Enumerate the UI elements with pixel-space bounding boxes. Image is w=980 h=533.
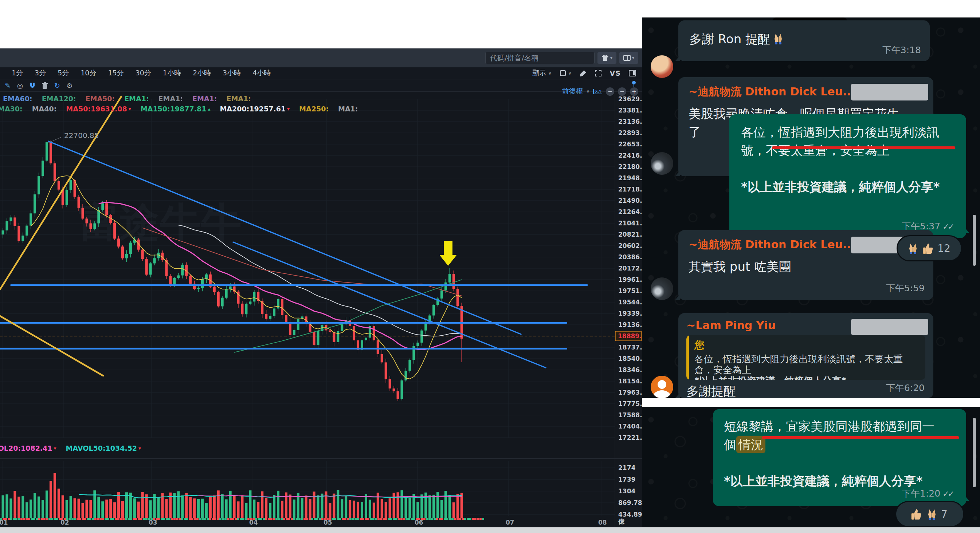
symbol-search-input[interactable] <box>485 52 595 64</box>
reaction-count: 12 <box>937 243 952 254</box>
indicator-legend-item[interactable]: MA30: <box>0 105 22 113</box>
svg-text:20602.76: 20602.76 <box>618 242 642 249</box>
svg-text:17963.68: 17963.68 <box>618 389 642 396</box>
indicator-legend-item[interactable]: EMA1: <box>124 95 149 103</box>
timeframe-tab[interactable]: 3小時 <box>217 68 247 78</box>
avatar[interactable] <box>651 152 673 175</box>
loop-icon: ↻ <box>54 82 60 90</box>
svg-text:21948.30: 21948.30 <box>618 174 642 182</box>
svg-text:23381.71: 23381.71 <box>618 107 642 114</box>
whatsapp-panel: 多謝 Ron 提醒 下午3:18 ~迪航物流 Dithon Dick Leu..… <box>642 0 980 533</box>
reaction-pill[interactable]: 12 <box>897 235 962 262</box>
thumbs-up-icon <box>922 242 934 254</box>
svg-text:434.892: 434.892 <box>618 511 642 518</box>
message-text: 多謝 Ron 提醒 <box>689 32 770 46</box>
refresh-tool[interactable]: ↻ <box>52 82 62 90</box>
svg-text:23136.47: 23136.47 <box>618 118 642 125</box>
chart-canvas-area[interactable]: 富途牛牛 18889.9723629.5523381.7123136.47228… <box>0 92 642 527</box>
time-text: 下午1:20 <box>902 488 940 499</box>
chevron-down-icon: ∨ <box>548 71 552 76</box>
timeframe-tab[interactable]: 1小時 <box>157 68 187 78</box>
scrollbar-thumb[interactable] <box>973 418 976 487</box>
read-ticks-icon: ✓✓ <box>942 489 953 498</box>
indicator-legend-item[interactable]: EMA1: <box>159 95 183 103</box>
svg-text:05: 05 <box>323 519 332 526</box>
quote-line: 各位，恆指遇到大阻力後出現利淡訊號，不要太重 <box>694 354 920 365</box>
indicator-legend-item[interactable]: MAVOL20:1082.41▾ <box>0 444 56 452</box>
fullscreen-button[interactable] <box>595 70 602 77</box>
zoom-out-button[interactable]: − <box>618 87 626 96</box>
indicator-legend-item[interactable]: MA1: <box>338 105 358 113</box>
timeframe-tab[interactable]: 4小時 <box>247 68 277 78</box>
target-tool[interactable]: ◎ <box>15 82 25 90</box>
indicator-legend-item[interactable]: MAVOL50:1034.52▾ <box>66 444 142 452</box>
indicator-legend-item[interactable]: EMA1: <box>226 95 251 103</box>
chart-style-menu[interactable]: ∨ <box>560 70 572 76</box>
zoom-out-y-button[interactable]: − <box>606 87 614 96</box>
timeframe-tab[interactable]: 1分 <box>6 68 29 78</box>
reaction-pill[interactable]: 7 <box>895 501 964 527</box>
target-icon: ◎ <box>17 82 23 90</box>
indicator-legend-item[interactable]: EMA60: <box>3 95 32 103</box>
indicator-legend-item[interactable]: MA250: <box>299 105 329 113</box>
futu-watermark: 富途牛牛 <box>78 195 242 251</box>
timeframe-tabs: 1分3分5分10分15分30分1小時2小時3小時4小時 <box>0 68 277 78</box>
draw-brush-button[interactable] <box>580 70 587 77</box>
bubble-tail <box>675 170 680 176</box>
indicator-legend-item[interactable]: MA50:19631.08▾ <box>66 105 131 113</box>
timeframe-tab[interactable]: 3分 <box>29 68 52 78</box>
chart-canvas[interactable]: 18889.9723629.5523381.7123136.4722893.79… <box>0 92 642 527</box>
pencil-tool[interactable]: ✎ <box>3 82 13 90</box>
window-bottom-edge <box>0 527 980 533</box>
delete-drawings-tool[interactable] <box>40 82 49 89</box>
avatar[interactable] <box>651 56 673 78</box>
settings-tool[interactable]: ⚙ <box>65 82 74 90</box>
indicator-legend-item[interactable]: EMA1: <box>192 95 217 103</box>
layout-button[interactable]: ▾ <box>619 52 638 64</box>
timeframe-tab[interactable]: 2小時 <box>187 68 217 78</box>
outgoing-message[interactable]: 各位，恆指遇到大阻力後出現利淡訊 號，不要太重倉，安全為上 *以上並非投資建議，… <box>729 114 966 238</box>
timeframe-tab[interactable]: 10分 <box>75 68 102 78</box>
indicator-legend-item[interactable]: MA150:19877.81▴ <box>141 105 211 113</box>
zoom-in-button[interactable]: + <box>630 87 638 96</box>
forward-adjust-menu[interactable]: 前復權 <box>562 87 582 96</box>
compare-vs-button[interactable]: VS <box>610 69 621 77</box>
folded-hands-icon <box>926 508 938 520</box>
red-underline-annotation <box>772 146 955 149</box>
trash-icon <box>41 82 48 89</box>
timeframe-tab[interactable]: 15分 <box>102 68 129 78</box>
indicator-legend-item[interactable]: EMA120: <box>42 95 76 103</box>
chat-section-2: 短線黎講，宜家美股同港股都遇到同一 個情況 *以上並非投資建議，純粹個人分享* … <box>642 407 980 527</box>
quoted-reply[interactable]: 您 各位，恆指遇到大阻力後出現利淡訊號，不要太重 倉，安全為上 *以上並非投資建… <box>686 335 925 380</box>
highlight-annotation: 情況 <box>736 436 765 453</box>
incoming-message[interactable]: ~Lam Ping Yiu 您 各位，恆指遇到大阻力後出現利淡訊號，不要太重 倉… <box>678 313 933 398</box>
folded-hands-icon <box>907 242 919 254</box>
axis-settings-button[interactable]: X,Y <box>593 89 602 94</box>
theme-button[interactable]: ▾ <box>597 52 616 64</box>
outgoing-message[interactable]: 短線黎講，宜家美股同港股都遇到同一 個情況 *以上並非投資建議，純粹個人分享* … <box>713 409 966 506</box>
indicator-legend-item[interactable]: EMA50: <box>86 95 115 103</box>
svg-text:19751.88: 19751.88 <box>618 287 642 295</box>
message-time: 下午3:18 <box>882 44 921 56</box>
magnet-tool[interactable] <box>28 82 37 89</box>
side-panel-toggle[interactable] <box>629 70 636 76</box>
incoming-message[interactable]: 多謝 Ron 提醒 下午3:18 <box>678 21 930 61</box>
timeframe-tab[interactable]: 30分 <box>130 68 157 78</box>
timeframe-tab[interactable]: 5分 <box>52 68 75 78</box>
indicator-legend-item[interactable]: MA40: <box>32 105 57 113</box>
svg-text:19544.71: 19544.71 <box>618 298 642 306</box>
avatar[interactable] <box>651 278 673 300</box>
svg-text:21490.29: 21490.29 <box>618 197 642 204</box>
message-time: 下午5:59 <box>886 282 924 294</box>
bubble-tail <box>675 392 680 398</box>
svg-text:1304: 1304 <box>618 487 635 495</box>
gear-icon: ⚙ <box>66 82 73 90</box>
screenshot-margin <box>642 0 980 17</box>
incoming-message[interactable]: ~迪航物流 Dithon Dick Leu... 其實我 put 咗美團 下午5… <box>678 230 933 300</box>
display-menu[interactable]: 顯示 ∨ <box>532 68 552 78</box>
indicator-legend-item[interactable]: MA200:19257.61▾ <box>220 105 290 113</box>
svg-text:01: 01 <box>0 519 8 526</box>
avatar[interactable] <box>651 376 673 398</box>
scrollbar-thumb[interactable] <box>973 215 976 266</box>
chevron-down-icon: ∨ <box>586 89 589 94</box>
